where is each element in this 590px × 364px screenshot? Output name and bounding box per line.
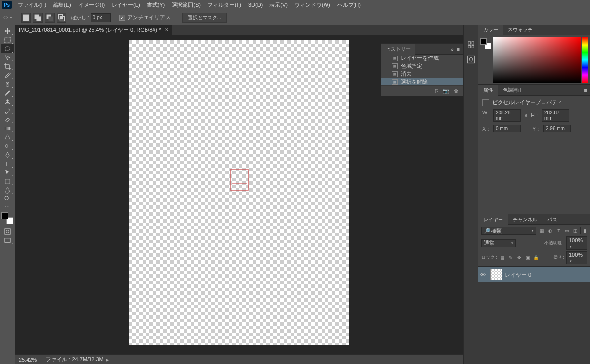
blend-mode-dropdown[interactable]: 通常▾ [481,239,516,247]
move-tool[interactable] [1,27,14,35]
eraser-tool[interactable] [1,115,14,124]
width-input[interactable]: 208.28 mm [493,109,521,122]
link-icon[interactable]: ⚭ [523,113,529,118]
current-tool-icon[interactable]: ▼ [3,13,13,23]
pen-tool[interactable] [1,150,14,159]
new-document-from-state-icon[interactable]: ⎘ [435,88,438,94]
quick-mask-icon[interactable] [1,227,14,236]
zoom-tool[interactable] [1,195,14,203]
blur-tool[interactable] [1,133,14,141]
fill-input[interactable]: 100% ▾ [566,251,587,264]
history-tab[interactable]: ヒストリー [381,44,415,55]
zoom-level[interactable]: 25.42% [19,357,37,363]
history-brush-tool[interactable] [1,106,14,115]
menu-select[interactable]: 選択範囲(S) [169,0,204,10]
panel-menu-icon[interactable]: ≡ [584,87,587,93]
lasso-tool[interactable] [1,44,14,53]
clone-stamp-tool[interactable] [1,97,14,106]
filter-shape-icon[interactable]: ▭ [563,227,570,234]
filter-toggle-icon[interactable]: ▮ [580,227,587,234]
panel-menu-icon[interactable]: ≡ [584,27,587,33]
history-item[interactable]: ▤消去 [381,70,463,78]
lock-transparency-icon[interactable]: ▦ [499,254,506,261]
panel-menu-icon[interactable]: ≡ [584,217,587,223]
selection-intersect-icon[interactable] [57,13,66,23]
x-input[interactable]: 0 mm [493,125,521,132]
file-size-status[interactable]: ファイル : 24.7M/32.3M ▶ [46,356,109,363]
layer-filter-dropdown[interactable]: 🔎 種類▾ [481,227,536,235]
menu-window[interactable]: ウィンドウ(W) [292,0,333,10]
shape-tool[interactable] [1,177,14,186]
layer-row[interactable]: 👁 レイヤー 0 [478,267,590,282]
canvas[interactable] [129,40,349,345]
document-tab[interactable]: IMG_20170814_0001.pdf @ 25.4% (レイヤー 0, R… [15,25,172,35]
layer-name[interactable]: レイヤー 0 [505,271,531,279]
selection-subtract-icon[interactable] [45,13,55,23]
type-tool[interactable]: T [1,159,14,168]
paths-tab[interactable]: パス [542,214,562,225]
adjustments-tab[interactable]: 色調補正 [498,85,528,96]
panel-collapse-icon[interactable]: » [450,46,453,52]
screen-mode-icon[interactable] [1,236,14,245]
menu-image[interactable]: イメージ(I) [75,0,108,10]
swatches-tab[interactable]: スウォッチ [503,25,537,35]
height-label: H : [531,112,539,118]
antialias-checkbox[interactable]: ✓ [119,15,125,21]
filter-adjust-icon[interactable]: ◐ [547,227,554,234]
delete-state-icon[interactable]: 🗑 [454,88,459,94]
feather-input[interactable] [91,13,111,22]
foreground-background-colors[interactable] [1,212,13,224]
layer-thumbnail[interactable] [490,269,502,280]
close-tab-icon[interactable]: × [165,27,168,33]
select-and-mask-button[interactable]: 選択とマスク... [182,13,227,23]
channels-tab[interactable]: チャンネル [508,214,542,225]
selection-new-icon[interactable] [21,13,31,23]
eyedropper-tool[interactable] [1,71,14,80]
color-tab[interactable]: カラー [478,25,503,35]
marquee-tool[interactable] [1,35,14,44]
layers-tab[interactable]: レイヤー [478,214,508,225]
menu-view[interactable]: 表示(V) [266,0,291,10]
svg-rect-19 [4,238,10,242]
selection-add-icon[interactable] [33,13,43,23]
menu-filter[interactable]: フィルター(T) [205,0,244,10]
menu-layer[interactable]: レイヤー(L) [109,0,143,10]
menu-edit[interactable]: 編集(E) [50,0,74,10]
menu-type[interactable]: 書式(Y) [144,0,168,10]
lock-position-icon[interactable]: ✥ [516,254,523,261]
tool-edit-icon[interactable]: ⋯ [1,203,14,209]
filter-type-icon[interactable]: T [555,227,562,234]
healing-tool[interactable] [1,80,14,88]
dock-adjust-icon[interactable] [466,54,476,65]
opacity-input[interactable]: 100% ▾ [566,236,587,250]
crop-tool[interactable] [1,62,14,71]
hand-tool[interactable] [1,186,14,195]
path-select-tool[interactable] [1,168,14,177]
visibility-toggle-icon[interactable]: 👁 [480,272,487,278]
filter-smart-icon[interactable]: ◫ [572,227,579,234]
panel-menu-icon[interactable]: ≡ [457,46,460,52]
properties-tab[interactable]: 属性 [478,85,498,96]
dodge-tool[interactable] [1,141,14,150]
lock-pixels-icon[interactable]: ✎ [507,254,514,261]
menu-3d[interactable]: 3D(D) [245,1,266,9]
y-input[interactable]: 2.96 mm [543,125,571,132]
divider [17,12,17,23]
brush-tool[interactable] [1,88,14,97]
color-fgbg[interactable] [480,38,491,49]
filter-pixel-icon[interactable]: ▦ [538,227,545,234]
menu-help[interactable]: ヘルプ(H) [334,0,364,10]
history-item[interactable]: ▤色域指定 [381,62,463,70]
history-item[interactable]: ▤選択を解除 [381,78,463,86]
dock-libraries-icon[interactable] [466,39,476,50]
gradient-tool[interactable] [1,124,14,133]
height-input[interactable]: 282.87 mm [542,109,569,122]
hue-slider[interactable] [582,37,588,83]
menu-file[interactable]: ファイル(F) [15,0,49,10]
new-snapshot-icon[interactable]: 📷 [443,88,449,94]
quick-select-tool[interactable] [1,53,14,62]
lock-all-icon[interactable]: 🔒 [532,254,539,261]
history-item[interactable]: ▤レイヤーを作成 [381,55,463,62]
lock-artboard-icon[interactable]: ▣ [524,254,531,261]
color-picker-field[interactable] [493,37,581,83]
